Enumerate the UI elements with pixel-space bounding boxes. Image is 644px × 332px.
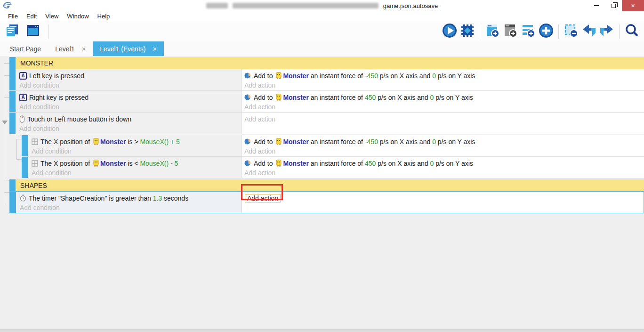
object-name: Monster: [283, 72, 308, 80]
keyboard-key-icon: A: [19, 72, 27, 80]
collapse-expander-icon[interactable]: [2, 121, 8, 124]
scene-editor-button[interactable]: [24, 23, 41, 40]
object-name: Monster: [100, 138, 126, 146]
menu-file[interactable]: File: [4, 13, 22, 20]
add-condition-link[interactable]: Add condition: [20, 203, 242, 212]
add-condition-link[interactable]: Add condition: [19, 124, 241, 133]
actions-cell[interactable]: Add to Monster an instant force of -450 …: [241, 135, 644, 156]
add-condition-link[interactable]: Add condition: [19, 81, 241, 89]
add-condition-link[interactable]: Add condition: [32, 168, 241, 177]
event-row-selected: The timer "ShapeCreation" is greater tha…: [9, 191, 644, 213]
add-condition-link[interactable]: Add condition: [19, 102, 241, 111]
conditions-cell[interactable]: Touch or Left mouse button is down Add c…: [16, 113, 241, 134]
event-group-monster[interactable]: MONSTER: [9, 57, 644, 69]
event-group-shapes[interactable]: SHAPES: [9, 179, 644, 191]
actions-cell[interactable]: Add to Monster an instant force of 450 p…: [241, 157, 644, 178]
actions-cell[interactable]: Add action: [241, 113, 644, 134]
timer-name: "ShapeCreation": [58, 194, 107, 202]
add-comment-button[interactable]: [520, 23, 537, 40]
monster-object-icon: [276, 138, 282, 145]
action-text: p/s on Y axis: [436, 72, 475, 80]
object-name: Monster: [283, 94, 308, 101]
add-action-link[interactable]: Add action: [244, 81, 644, 89]
add-subevent-button[interactable]: [502, 23, 519, 40]
conditions-cell[interactable]: The X position of Monster is < MouseX() …: [28, 157, 241, 178]
search-button[interactable]: [623, 23, 640, 40]
redacted-title-segment: [233, 3, 378, 8]
monster-object-icon: [93, 138, 99, 145]
add-event-button[interactable]: [484, 23, 501, 40]
menu-edit[interactable]: Edit: [22, 13, 41, 20]
event-color-bar: [22, 135, 28, 156]
event-row: Touch or Left mouse button is down Add c…: [9, 113, 644, 134]
toolbar-separator: [48, 24, 48, 39]
condition-expression: MouseX() - 5: [140, 160, 178, 167]
debug-button[interactable]: [459, 23, 476, 40]
event-row: ARight key is pressed Add condition Add …: [9, 91, 644, 113]
play-icon: [442, 23, 458, 40]
action-text: an instant force of: [309, 94, 365, 101]
actions-cell[interactable]: Add to Monster an instant force of 450 p…: [241, 91, 644, 112]
object-name: Monster: [283, 138, 308, 146]
add-action-link[interactable]: Add action: [244, 168, 644, 177]
tree-line: [16, 139, 17, 160]
action-text: Add to: [254, 94, 274, 101]
action-text: p/s on Y axis: [436, 138, 475, 146]
group-title[interactable]: MONSTER: [16, 57, 644, 69]
minimize-button[interactable]: [588, 0, 605, 11]
add-condition-link[interactable]: Add condition: [32, 146, 241, 155]
add-event-icon: [485, 23, 500, 40]
menu-view[interactable]: View: [41, 13, 63, 20]
toolbar-separator: [480, 24, 480, 39]
condition-text: The X position of: [40, 160, 92, 167]
restore-button[interactable]: [605, 0, 622, 11]
condition-text: Left key is pressed: [29, 72, 84, 80]
tab-close-icon[interactable]: ×: [153, 45, 157, 53]
tree-line: [16, 159, 22, 160]
project-manager-button[interactable]: [4, 23, 21, 40]
group-title[interactable]: SHAPES: [16, 179, 644, 191]
monster-object-icon: [276, 160, 282, 167]
action-text: p/s on X axis and: [378, 138, 432, 146]
add-action-link[interactable]: Add action: [244, 146, 644, 155]
object-name: Monster: [283, 160, 308, 167]
actions-cell[interactable]: Add action: [242, 192, 644, 213]
actions-cell[interactable]: Add to Monster an instant force of -450 …: [241, 69, 644, 90]
search-icon: [624, 23, 639, 40]
menu-window[interactable]: Window: [63, 13, 93, 20]
window-bottom-edge: [0, 329, 644, 332]
x-position-icon: [32, 138, 38, 145]
action-text: p/s on Y axis: [434, 160, 473, 167]
menu-bar: File Edit View Window Help: [0, 11, 644, 21]
tab-close-icon[interactable]: ×: [81, 45, 86, 53]
add-new-button[interactable]: [538, 23, 555, 40]
conditions-cell[interactable]: ARight key is pressed Add condition: [16, 91, 241, 112]
redo-icon: [599, 23, 614, 40]
undo-button[interactable]: [580, 23, 597, 40]
tab-start-page[interactable]: Start Page: [3, 41, 48, 56]
tab-level1[interactable]: Level1 ×: [48, 41, 93, 56]
action-value: 450: [365, 94, 376, 101]
conditions-cell[interactable]: The X position of Monster is > MouseX() …: [28, 135, 241, 156]
action-value: 0: [432, 72, 436, 80]
project-manager-icon: [5, 24, 19, 40]
force-icon: [244, 72, 251, 79]
add-subevent-icon: [503, 23, 518, 40]
tree-line: [16, 139, 22, 139]
monster-object-icon: [93, 160, 99, 167]
redo-button[interactable]: [598, 23, 615, 40]
conditions-cell[interactable]: ALeft key is pressed Add condition: [16, 69, 241, 90]
tab-level1-events[interactable]: Level1 (Events) ×: [93, 41, 164, 56]
action-text: Add to: [254, 138, 274, 146]
close-button[interactable]: ×: [622, 0, 644, 11]
add-action-link[interactable]: Add action: [244, 114, 644, 124]
title-bar: game.json.autosave ×: [0, 0, 644, 11]
condition-expression: MouseX() + 5: [140, 138, 179, 146]
menu-help[interactable]: Help: [93, 13, 114, 20]
keyboard-key-icon: A: [19, 94, 27, 101]
conditions-cell[interactable]: The timer "ShapeCreation" is greater tha…: [16, 192, 242, 213]
remove-selection-button[interactable]: [563, 23, 580, 40]
sub-event-row: The X position of Monster is > MouseX() …: [22, 135, 644, 157]
play-button[interactable]: [441, 23, 458, 40]
add-action-link[interactable]: Add action: [244, 102, 644, 111]
